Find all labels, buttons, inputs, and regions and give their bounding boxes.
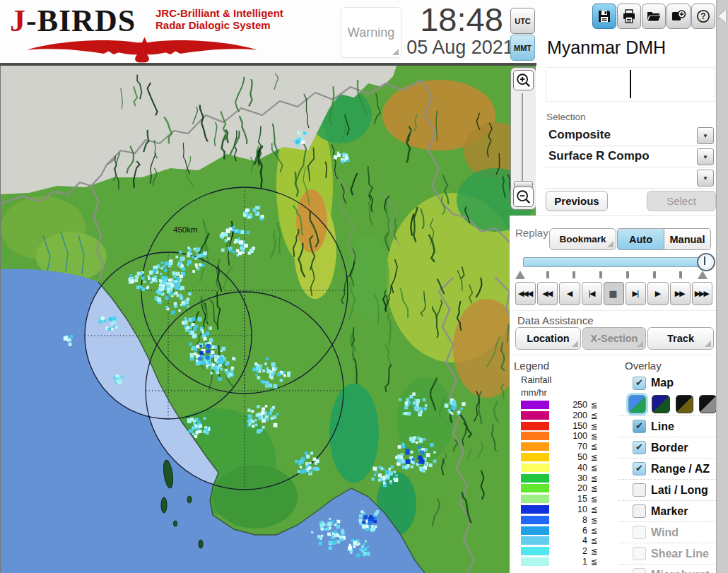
save-button[interactable]	[592, 4, 616, 29]
checkbox[interactable]: ✔	[633, 526, 646, 539]
select-button[interactable]: Select	[647, 191, 716, 211]
map-style-swatch[interactable]	[652, 395, 669, 413]
legend-leq-symbol: ≦	[591, 463, 598, 473]
legend-color-swatch	[521, 474, 549, 483]
map-zoom-control	[510, 67, 536, 210]
legend-row: 70 ≦	[521, 442, 613, 451]
legend-value: 50	[559, 452, 587, 462]
overlay-row: ✔ Border	[618, 437, 717, 459]
checkbox[interactable]: ✔	[633, 547, 646, 560]
panel-scroll-strip[interactable]	[716, 0, 728, 573]
map-style-swatches	[618, 393, 717, 416]
logo-subtitle-line1: JRC-Brilliant & Intelligent	[155, 7, 283, 19]
chevron-down-icon[interactable]: ▼	[697, 170, 714, 187]
collapse-panel-icon[interactable]	[718, 10, 726, 23]
legend-row: 6 ≦	[521, 526, 613, 535]
checkbox[interactable]: ✔	[633, 462, 646, 475]
replay-slider-track[interactable]	[523, 257, 714, 267]
zoom-in-button[interactable]	[513, 70, 534, 90]
legend-row: 40 ≦	[521, 463, 613, 472]
legend-color-swatch	[521, 536, 549, 545]
dropdown-empty[interactable]: ▼	[544, 167, 715, 189]
legend-row: 150 ≦	[521, 422, 613, 430]
map-checkbox[interactable]: ✔	[633, 377, 646, 390]
radar-map-area[interactable]: 450km	[0, 66, 536, 573]
track-button[interactable]: Track	[647, 327, 714, 350]
overlay-item-label: Border	[651, 442, 688, 454]
xsection-button[interactable]: X-Section	[582, 327, 646, 350]
help-button[interactable]: ?	[691, 4, 715, 29]
dropdown-composite[interactable]: Composite ▼	[544, 125, 715, 146]
playback-button[interactable]: ▶▶▶	[692, 282, 712, 305]
replay-slider-ticks	[510, 270, 717, 280]
checkbox[interactable]: ✔	[633, 441, 646, 454]
playback-button[interactable]: ▶▶	[670, 282, 691, 305]
legend-color-swatch	[521, 557, 549, 566]
map-style-swatch[interactable]	[699, 395, 717, 413]
legend-value: 70	[559, 442, 587, 451]
check-icon: ✔	[635, 420, 643, 431]
playback-button[interactable]: ■	[604, 282, 624, 305]
playback-button[interactable]: ◀	[559, 282, 580, 305]
magnifier-minus-icon	[515, 189, 532, 206]
control-panel-upper: ? Myanmar DMH Selection Composite ▼ Surf…	[537, 0, 717, 215]
overlay-row: ✔ Lati / Long	[618, 480, 717, 501]
chevron-down-icon[interactable]: ▼	[697, 148, 714, 165]
legend-value: 250	[559, 400, 587, 410]
open-file-button[interactable]	[642, 4, 666, 29]
legend-color-swatch	[521, 422, 549, 430]
overlay-item-label: Range / AZ	[651, 463, 710, 475]
map-style-swatch[interactable]	[676, 395, 693, 413]
legend-value: 40	[559, 463, 587, 473]
print-button[interactable]	[617, 4, 641, 29]
checkbox[interactable]: ✔	[633, 568, 646, 573]
legend-row: 4 ≦	[521, 536, 613, 545]
help-icon: ?	[695, 8, 711, 24]
map-style-swatch[interactable]	[628, 395, 646, 413]
zoom-slider-track[interactable]	[522, 93, 523, 182]
legend-leq-symbol: ≦	[591, 494, 598, 504]
overlay-item-label: Marker	[651, 505, 688, 518]
mmt-button[interactable]: MMT	[510, 35, 535, 61]
bookmark-button[interactable]: Bookmark	[549, 228, 616, 250]
legend-leq-symbol: ≦	[591, 421, 598, 431]
checkbox[interactable]: ✔	[633, 483, 646, 497]
info-display-box	[546, 67, 715, 102]
legend-color-swatch	[521, 495, 549, 503]
previous-button[interactable]: Previous	[546, 191, 608, 211]
section-divider	[510, 310, 717, 311]
playback-button[interactable]: |◀	[582, 282, 602, 305]
legend-leq-symbol: ≦	[591, 483, 598, 493]
dropdown-product[interactable]: Surface R Compo ▼	[544, 146, 715, 167]
legend-row: 2 ≦	[521, 547, 613, 555]
overlay-item-label: Shear Line	[651, 548, 709, 560]
replay-label: Replay	[515, 227, 548, 239]
playback-button[interactable]: ▶	[647, 282, 668, 305]
radar-map[interactable]: 450km	[1, 66, 536, 573]
playback-button[interactable]: ▶|	[626, 282, 646, 305]
legend-value: 1	[559, 557, 587, 567]
chevron-down-icon[interactable]: ▼	[697, 127, 714, 144]
overlay-item-label: Map	[651, 377, 674, 389]
check-icon: ✔	[635, 377, 643, 388]
legend-value: 100	[559, 431, 587, 441]
manual-button[interactable]: Manual	[664, 229, 710, 249]
location-button[interactable]: Location	[515, 327, 581, 350]
playback-icon: ◀◀	[542, 289, 553, 298]
warning-button[interactable]: Warning	[341, 7, 401, 58]
playback-icon: ▶▶▶	[695, 289, 710, 298]
zoom-out-button[interactable]	[513, 187, 534, 207]
legend-value: 10	[559, 504, 587, 514]
playback-button[interactable]: ◀◀◀	[515, 282, 536, 305]
add-image-button[interactable]	[667, 4, 691, 29]
tick-start-marker	[515, 271, 525, 279]
checkbox[interactable]: ✔	[633, 420, 646, 433]
legend-leq-symbol: ≦	[591, 452, 598, 462]
replay-slider-handle[interactable]	[697, 253, 715, 271]
check-icon: ✔	[635, 463, 643, 473]
utc-button[interactable]: UTC	[510, 8, 535, 34]
cursor-line	[630, 70, 631, 98]
auto-button[interactable]: Auto	[618, 229, 664, 249]
checkbox[interactable]: ✔	[633, 504, 646, 518]
playback-button[interactable]: ◀◀	[537, 282, 558, 305]
